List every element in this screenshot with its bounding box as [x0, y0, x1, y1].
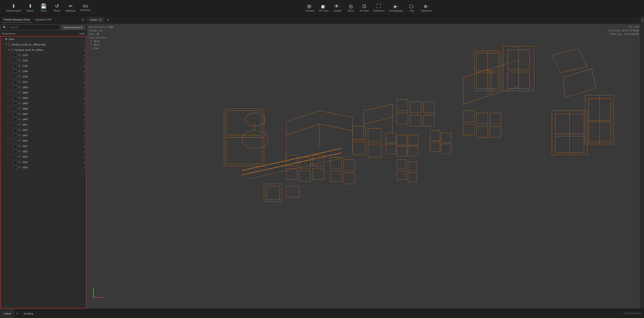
gear-icon: ⚙: [18, 102, 21, 105]
svg-point-20: [242, 131, 268, 149]
isolate-button[interactable]: 👁 ▾ Isolate: [331, 3, 344, 13]
materials-button[interactable]: ✏ Materials: [64, 3, 78, 13]
tree-toggle[interactable]: ▼: [8, 49, 11, 51]
tree-checkbox[interactable]: [14, 102, 17, 105]
export-button[interactable]: ⬆ Export: [24, 3, 36, 13]
tree-node-level: 3: [80, 155, 85, 158]
svg-rect-65: [441, 144, 451, 154]
bf-color-icon: ◼: [321, 4, 325, 9]
tree-node-level: 3: [80, 86, 85, 89]
tree-row[interactable]: ⚙18EF3: [0, 111, 86, 117]
gear-icon: ⚙: [18, 112, 21, 116]
tree-row[interactable]: ⚙18EA3: [0, 85, 86, 90]
bf-color-button[interactable]: ◼ ▾ BF Color: [317, 3, 330, 13]
search-input-wrap[interactable]: 🔍 ▾: [1, 25, 60, 30]
checker-label: Checker: [305, 9, 314, 12]
tree-row[interactable]: ⚙11553: [0, 63, 86, 69]
reset-button[interactable]: ↺ Reset: [51, 3, 63, 13]
tree-checkbox[interactable]: [14, 80, 17, 84]
tree-checkbox[interactable]: [14, 134, 17, 137]
save-button[interactable]: 💾 Save: [38, 3, 50, 13]
tree-row[interactable]: ⚙18F23: [0, 127, 86, 133]
tree-container[interactable]: 👁Root▼furniture_knoll_for_offices.dwg1▼f…: [0, 36, 86, 309]
tree-checkbox[interactable]: [14, 86, 17, 89]
tree-row[interactable]: ⚙11543: [0, 58, 86, 63]
viewer-tab[interactable]: Viewer ⏸: [87, 17, 105, 23]
panel-close-button[interactable]: ✕: [80, 18, 86, 22]
tree-row[interactable]: ⚙18EB3: [0, 90, 86, 95]
viewer-close-button[interactable]: ✕: [105, 18, 111, 22]
tree-row[interactable]: ⚙12373: [0, 79, 86, 85]
tree-row[interactable]: ▼furniture_knoll_for_offices2: [0, 47, 86, 53]
tree-checkbox[interactable]: [14, 145, 17, 148]
tree-row[interactable]: ⚙11563: [0, 69, 86, 74]
svg-rect-55: [344, 173, 355, 184]
functions-button[interactable]: f(x) Functions: [78, 4, 92, 12]
tree-node-level: 1: [80, 43, 85, 46]
tree-checkbox[interactable]: [14, 54, 17, 57]
tree-row[interactable]: ⚙19243: [0, 159, 86, 165]
part-icon: ⬡: [409, 4, 413, 9]
fullscreen-button[interactable]: ⛶ Fullscreen: [372, 3, 386, 13]
visibility-icon[interactable]: 👁: [4, 38, 8, 41]
tree-checkbox[interactable]: [14, 161, 17, 164]
svg-rect-69: [408, 173, 417, 182]
tree-node-label: 18EF: [22, 113, 80, 115]
tree-checkbox[interactable]: [14, 64, 17, 68]
guided-import-button[interactable]: ⬇ Guided Import: [4, 3, 23, 13]
output-close-button[interactable]: ✕: [15, 312, 20, 315]
output-tab[interactable]: Output: [0, 309, 15, 318]
checker-button[interactable]: ⊞ ▾ Checker: [304, 3, 316, 13]
tree-node-level: 3: [80, 70, 85, 73]
tree-checkbox[interactable]: [14, 112, 17, 116]
scripting-tab[interactable]: Scripting: [20, 309, 37, 318]
tree-checkbox[interactable]: [14, 91, 17, 94]
tree-checkbox[interactable]: [14, 96, 17, 100]
tree-row[interactable]: ⚙19203: [0, 138, 86, 143]
tree-checkbox[interactable]: [14, 129, 17, 132]
tree-row[interactable]: ⚙18EC3: [0, 95, 86, 101]
tree-row[interactable]: ⚙18EE3: [0, 106, 86, 111]
tree-checkbox[interactable]: [14, 150, 17, 153]
tree-row[interactable]: ⚙18F03: [0, 117, 86, 122]
tree-checkbox[interactable]: [14, 139, 17, 142]
tree-row[interactable]: ⚙19223: [0, 149, 86, 154]
tree-checkbox[interactable]: [14, 59, 17, 62]
tree-checkbox[interactable]: [14, 166, 17, 169]
tree-checkbox[interactable]: [14, 155, 17, 158]
tree-checkbox[interactable]: [14, 123, 17, 126]
tab-variants-pmi[interactable]: Variants & PMI: [32, 17, 54, 23]
viewer-canvas[interactable]: Part Occurrences 4 893 Triangles 20 Poin…: [87, 24, 640, 309]
tree-row[interactable]: ⚙19253: [0, 165, 86, 170]
scene-viewport[interactable]: [87, 24, 640, 309]
tree-row[interactable]: ▼furniture_knoll_for_offices.dwg1: [0, 42, 86, 47]
svg-rect-60: [408, 135, 418, 145]
tree-checkbox[interactable]: [14, 75, 17, 78]
search-dropdown-arrow[interactable]: ▾: [7, 26, 8, 29]
tree-row[interactable]: 👁Root: [0, 37, 86, 42]
tree-toggle[interactable]: ▼: [4, 43, 8, 46]
svg-rect-64: [430, 142, 440, 152]
orthographic-button[interactable]: ◈ ▾ Orthographic: [387, 3, 405, 13]
tree-row[interactable]: ⚙11533: [0, 53, 86, 58]
bottom-bar: Output ✕ Scripting CSON @Hexapoy: [0, 309, 644, 318]
tree-row[interactable]: ⚙191F3: [0, 133, 86, 138]
search-input[interactable]: [10, 26, 58, 29]
tree-checkbox[interactable]: [14, 107, 17, 110]
tree-checkbox[interactable]: [14, 70, 17, 73]
tree-row[interactable]: ⚙19213: [0, 143, 86, 149]
advanced-search-button[interactable]: Advanced Search: [61, 25, 85, 30]
pause-icon[interactable]: ⏸: [98, 18, 102, 21]
show-button[interactable]: ◎ Show: [345, 3, 357, 13]
tree-checkbox[interactable]: [14, 118, 17, 121]
fit-view-button[interactable]: ⊡ Fit View: [358, 3, 370, 13]
tree-row[interactable]: ⚙12363: [0, 74, 86, 79]
tree-node-label: 1925: [22, 166, 80, 169]
tree-row[interactable]: ⚙18ED3: [0, 101, 86, 106]
tree-row[interactable]: ⚙18F13: [0, 122, 86, 127]
tab-product-structure[interactable]: Product Structure (Tree): [1, 17, 32, 23]
tree-row[interactable]: ⚙19233: [0, 154, 86, 159]
part-button[interactable]: ⬡ ▾ Part: [406, 3, 418, 13]
tree-node-level: 3: [80, 54, 85, 57]
transform-button[interactable]: ⊕ ▾ Transform: [419, 3, 434, 13]
